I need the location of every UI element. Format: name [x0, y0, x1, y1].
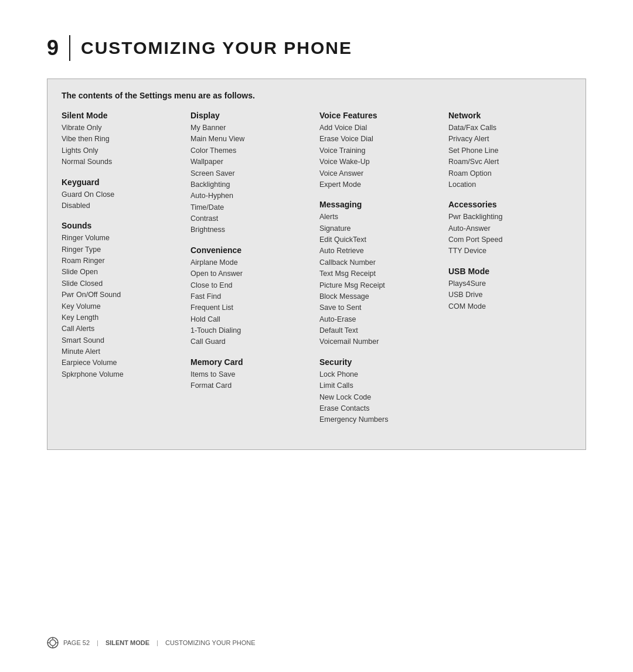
section-item-0-2-3: Slide Open — [62, 267, 185, 278]
section-item-1-1-7: Call Guard — [190, 336, 314, 347]
settings-box: The contents of the Settings menu are as… — [47, 79, 586, 450]
section-item-3-0-3: Roam/Svc Alert — [448, 156, 571, 168]
chapter-header: 9 CUSTOMIZING YOUR PHONE — [47, 35, 586, 61]
settings-intro: The contents of the Settings menu are as… — [62, 91, 571, 100]
section-item-1-2-0: Items to Save — [190, 369, 314, 380]
section-item-1-0-6: Auto-Hyphen — [190, 190, 314, 202]
section-item-3-2-1: USB Drive — [448, 289, 571, 301]
section-item-3-1-3: TTY Device — [448, 245, 571, 257]
section-item-3-2-0: Plays4Sure — [448, 278, 571, 289]
section-item-0-2-1: Ringer Type — [62, 244, 185, 255]
section-item-2-2-0: Lock Phone — [319, 369, 443, 380]
section-item-1-0-7: Time/Date — [190, 202, 314, 213]
page: 9 CUSTOMIZING YOUR PHONE The contents of… — [0, 0, 633, 473]
section-item-1-0-8: Contrast — [190, 213, 314, 224]
section-item-3-2-2: COM Mode — [448, 301, 571, 312]
section-item-0-2-8: Call Alerts — [62, 323, 185, 335]
section-title-3-0: Network — [448, 111, 571, 120]
section-title-3-2: USB Mode — [448, 267, 571, 276]
section-item-3-0-5: Location — [448, 179, 571, 190]
footer-icon — [47, 637, 59, 649]
section-item-3-0-1: Privacy Alert — [448, 134, 571, 145]
section-item-0-2-6: Key Volume — [62, 301, 185, 312]
chapter-divider — [69, 35, 70, 61]
footer-section: SILENT MODE — [106, 639, 149, 646]
section-item-0-2-0: Ringer Volume — [62, 233, 185, 244]
section-title-1-0: Display — [190, 111, 314, 120]
section-item-2-1-1: Signature — [319, 223, 443, 234]
section-title-3-1: Accessories — [448, 200, 571, 209]
section-item-1-0-2: Color Themes — [190, 145, 314, 156]
section-item-1-0-3: Wallpaper — [190, 156, 314, 168]
column-0: Silent ModeVibrate OnlyVibe then RingLig… — [62, 111, 185, 435]
section-title-0-1: Keyguard — [62, 178, 185, 187]
section-item-1-1-6: 1-Touch Dialing — [190, 325, 314, 336]
section-item-2-0-3: Voice Wake-Up — [319, 156, 443, 168]
section-3-0: NetworkData/Fax CallsPrivacy AlertSet Ph… — [448, 111, 571, 190]
section-item-1-0-9: Brightness — [190, 224, 314, 236]
section-item-3-0-0: Data/Fax Calls — [448, 122, 571, 134]
chapter-title: CUSTOMIZING YOUR PHONE — [81, 38, 352, 58]
section-item-0-0-0: Vibrate Only — [62, 122, 185, 134]
section-3-1: AccessoriesPwr BacklightingAuto-AnswerCo… — [448, 200, 571, 257]
column-3: NetworkData/Fax CallsPrivacy AlertSet Ph… — [448, 111, 571, 435]
footer: PAGE 52 | SILENT MODE | CUSTOMIZING YOUR… — [47, 637, 256, 649]
section-item-2-1-10: Default Text — [319, 325, 443, 336]
section-title-2-0: Voice Features — [319, 111, 443, 120]
section-item-3-0-4: Roam Option — [448, 168, 571, 179]
section-item-0-2-12: Spkrphone Volume — [62, 369, 185, 380]
section-item-2-0-0: Add Voice Dial — [319, 122, 443, 134]
section-item-1-0-5: Backlighting — [190, 179, 314, 190]
section-item-2-1-2: Edit QuickText — [319, 234, 443, 245]
section-item-1-0-0: My Banner — [190, 122, 314, 134]
section-item-2-0-5: Expert Mode — [319, 179, 443, 190]
section-item-2-1-11: Voicemail Number — [319, 336, 443, 347]
section-item-2-0-2: Voice Training — [319, 145, 443, 156]
section-1-0: DisplayMy BannerMain Menu ViewColor Them… — [190, 111, 314, 236]
footer-sep2: | — [156, 639, 158, 646]
section-item-2-2-4: Emergency Numbers — [319, 414, 443, 425]
section-item-3-1-1: Auto-Answer — [448, 223, 571, 234]
section-title-2-1: Messaging — [319, 200, 443, 209]
chapter-number: 9 — [47, 36, 59, 60]
column-2: Voice FeaturesAdd Voice DialErase Voice … — [319, 111, 443, 435]
section-0-2: SoundsRinger VolumeRinger TypeRoam Ringe… — [62, 221, 185, 380]
section-0-1: KeyguardGuard On CloseDisabled — [62, 178, 185, 212]
columns-grid: Silent ModeVibrate OnlyVibe then RingLig… — [62, 111, 571, 435]
section-2-1: MessagingAlertsSignatureEdit QuickTextAu… — [319, 200, 443, 348]
section-item-1-1-2: Close to End — [190, 280, 314, 291]
section-1-1: ConvenienceAirplane ModeOpen to AnswerCl… — [190, 245, 314, 348]
section-item-1-1-5: Hold Call — [190, 314, 314, 325]
section-item-1-0-4: Screen Saver — [190, 168, 314, 179]
section-item-2-1-3: Auto Retrieve — [319, 245, 443, 257]
section-2-2: SecurityLock PhoneLimit CallsNew Lock Co… — [319, 357, 443, 426]
footer-sep1: | — [97, 639, 98, 646]
section-item-0-1-1: Disabled — [62, 200, 185, 212]
section-item-2-1-9: Auto-Erase — [319, 314, 443, 325]
section-title-1-1: Convenience — [190, 245, 314, 255]
svg-point-1 — [50, 640, 56, 646]
section-item-1-1-4: Frequent List — [190, 302, 314, 313]
section-title-2-2: Security — [319, 357, 443, 367]
section-item-1-2-1: Format Card — [190, 380, 314, 391]
section-item-2-1-6: Picture Msg Receipt — [319, 280, 443, 291]
section-2-0: Voice FeaturesAdd Voice DialErase Voice … — [319, 111, 443, 190]
section-item-1-1-3: Fast Find — [190, 291, 314, 302]
section-item-3-0-2: Set Phone Line — [448, 145, 571, 156]
section-item-0-2-7: Key Length — [62, 312, 185, 323]
section-item-2-2-3: Erase Contacts — [319, 403, 443, 414]
column-1: DisplayMy BannerMain Menu ViewColor Them… — [190, 111, 314, 435]
section-3-2: USB ModePlays4SureUSB DriveCOM Mode — [448, 267, 571, 312]
section-item-1-0-1: Main Menu View — [190, 134, 314, 145]
section-title-0-0: Silent Mode — [62, 111, 185, 120]
section-item-0-2-5: Pwr On/Off Sound — [62, 289, 185, 301]
section-item-2-2-1: Limit Calls — [319, 380, 443, 391]
section-item-0-1-0: Guard On Close — [62, 189, 185, 200]
footer-chapter: CUSTOMIZING YOUR PHONE — [165, 639, 256, 646]
section-title-0-2: Sounds — [62, 221, 185, 230]
section-item-3-1-2: Com Port Speed — [448, 234, 571, 245]
section-item-2-1-0: Alerts — [319, 212, 443, 223]
section-item-3-1-0: Pwr Backlighting — [448, 212, 571, 223]
section-item-0-2-10: Minute Alert — [62, 346, 185, 357]
section-item-2-1-7: Block Message — [319, 291, 443, 302]
